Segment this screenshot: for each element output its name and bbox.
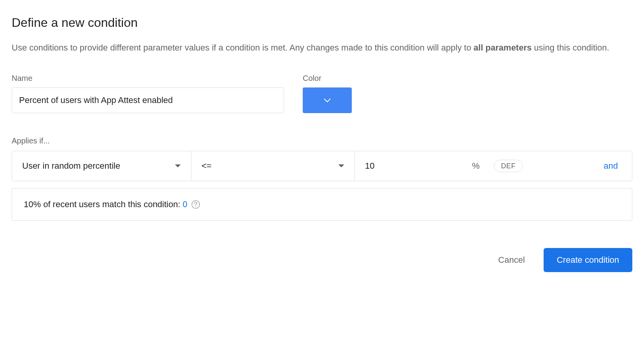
help-icon[interactable]	[191, 200, 200, 209]
page-title: Define a new condition	[12, 16, 632, 30]
add-and-button[interactable]: and	[590, 161, 632, 171]
name-label: Name	[12, 74, 284, 83]
match-text: 10% of recent users match this condition…	[24, 199, 180, 210]
applies-label: Applies if...	[12, 136, 632, 145]
color-label: Color	[303, 74, 352, 83]
value-segment	[354, 151, 463, 181]
svg-point-1	[195, 206, 196, 207]
description-bold: all parameters	[474, 43, 532, 52]
description-text-after: using this condition.	[532, 43, 609, 52]
def-chip[interactable]: DEF	[494, 160, 523, 172]
field-row: Name Color	[12, 74, 632, 113]
caret-down-icon	[175, 164, 181, 168]
caret-down-icon	[338, 164, 344, 168]
color-field-group: Color	[303, 74, 352, 113]
operator-dropdown[interactable]: <=	[191, 151, 354, 181]
operator-value: <=	[202, 161, 212, 171]
attribute-value: User in random percentile	[22, 161, 120, 171]
dialog-actions: Cancel Create condition	[12, 248, 632, 272]
attribute-dropdown[interactable]: User in random percentile	[12, 151, 191, 181]
unit-label: %	[463, 161, 488, 171]
caret-down-icon	[324, 98, 331, 102]
name-input[interactable]	[12, 87, 284, 113]
page-description: Use conditions to provide different para…	[12, 41, 632, 54]
color-picker-button[interactable]	[303, 87, 352, 113]
match-count: 0	[182, 199, 187, 210]
condition-row: User in random percentile <= % DEF and	[12, 151, 632, 181]
description-text-before: Use conditions to provide different para…	[12, 43, 474, 52]
name-field-group: Name	[12, 74, 284, 113]
create-condition-button[interactable]: Create condition	[544, 248, 632, 272]
chip-segment: DEF	[488, 162, 529, 170]
match-info: 10% of recent users match this condition…	[12, 188, 632, 221]
value-input[interactable]	[365, 161, 453, 171]
cancel-button[interactable]: Cancel	[490, 250, 532, 271]
